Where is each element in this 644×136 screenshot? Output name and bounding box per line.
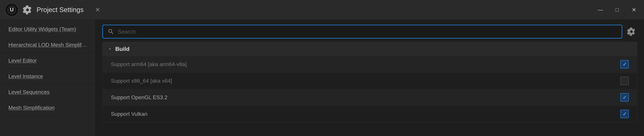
search-bar-row [102,25,637,38]
table-row: Support Vulkan [102,106,637,122]
title-bar: U Project Settings ✕ — □ ✕ [0,0,644,20]
window-controls: — □ ✕ [595,5,639,15]
window-settings-icon [22,5,32,15]
maximize-button[interactable]: □ [612,5,622,15]
checkbox-vulkan[interactable] [620,110,629,118]
content-area: Build Support arm64 [aka arm64-v8a] Supp… [96,20,644,136]
title-bar-left: U Project Settings ✕ [5,3,595,16]
close-window-button[interactable]: ✕ [629,5,639,15]
window-title: Project Settings [36,6,84,13]
sidebar-link-level-sequences[interactable]: Level Sequences [8,89,50,95]
sidebar-item-hierarchical-lod[interactable]: Hierarchical LOD Mesh Simplification [0,37,96,53]
setting-label-opengl: Support OpenGL ES3.2 [111,94,168,101]
sidebar-item-level-instance[interactable]: Level Instance [0,68,96,84]
setting-label-vulkan: Support Vulkan [111,111,148,117]
sidebar-item-editor-utility-widgets[interactable]: Editor Utility Widgets (Team) [0,21,96,37]
build-section: Build Support arm64 [aka arm64-v8a] Supp… [102,42,637,122]
build-settings-rows: Support arm64 [aka arm64-v8a] Support x8… [102,56,637,122]
sidebar-item-level-sequences[interactable]: Level Sequences [0,84,96,100]
sidebar-link-level-editor[interactable]: Level Editor [8,58,37,64]
minimize-button[interactable]: — [595,5,606,15]
ue-logo: U [5,3,18,16]
search-container [102,25,622,38]
search-icon [108,28,114,35]
checkbox-opengl[interactable] [620,93,629,102]
sidebar-link-hierarchical-lod[interactable]: Hierarchical LOD Mesh Simplification [8,42,96,48]
sidebar-item-mesh-simplification[interactable]: Mesh Simplification [0,100,96,116]
checkbox-x86_64[interactable] [620,77,629,85]
sidebar-link-level-instance[interactable]: Level Instance [8,73,43,79]
build-section-header[interactable]: Build [102,42,637,56]
svg-text:U: U [10,7,14,12]
table-row: Support arm64 [aka arm64-v8a] [102,56,637,72]
project-settings-window: U Project Settings ✕ — □ ✕ Editor Utilit… [0,0,644,136]
sidebar-link-editor-utility-widgets[interactable]: Editor Utility Widgets (Team) [8,26,76,32]
sidebar-link-mesh-simplification[interactable]: Mesh Simplification [8,105,55,111]
main-content: Editor Utility Widgets (Team) Hierarchic… [0,20,644,136]
tab-close-button[interactable]: ✕ [92,5,103,15]
sidebar: Editor Utility Widgets (Team) Hierarchic… [0,20,96,136]
table-row: Support OpenGL ES3.2 [102,89,637,106]
setting-label-x86_64: Support x86_64 [aka x64] [111,78,172,84]
sidebar-item-level-editor[interactable]: Level Editor [0,53,96,68]
setting-label-arm64: Support arm64 [aka arm64-v8a] [111,61,187,68]
checkbox-arm64[interactable] [620,60,629,68]
table-row: Support x86_64 [aka x64] [102,72,637,89]
chevron-down-icon [108,47,112,51]
search-input[interactable] [118,28,617,35]
search-settings-gear-button[interactable] [626,26,637,37]
build-section-title: Build [115,46,130,52]
